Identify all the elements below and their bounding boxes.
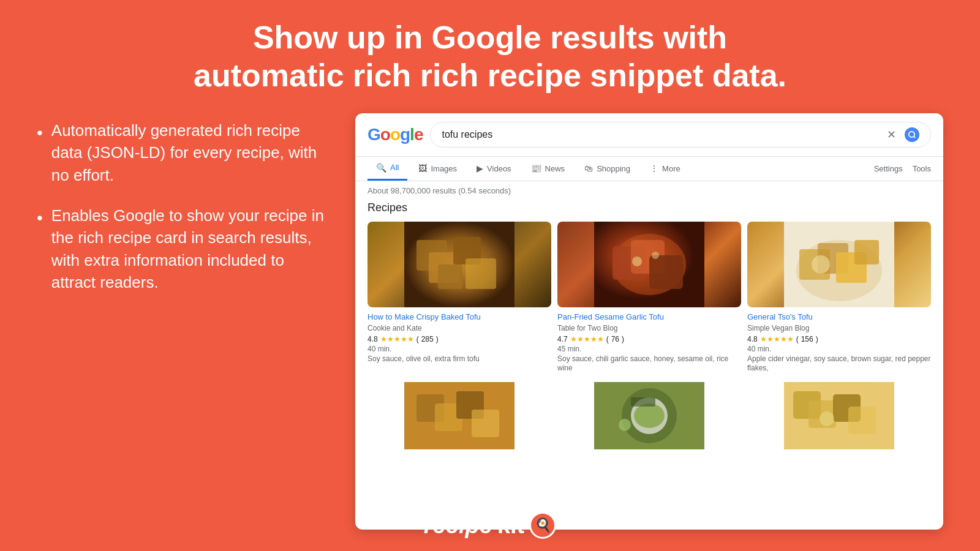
recipe-thumb-3 [747, 222, 931, 307]
search-button[interactable] [905, 127, 919, 142]
svg-point-13 [632, 257, 642, 266]
nav-tab-news[interactable]: 📰 News [522, 157, 574, 179]
news-icon: 📰 [531, 163, 541, 173]
search-input-text: tofu recipes [442, 129, 492, 140]
search-box[interactable]: tofu recipes ✕ [430, 122, 931, 148]
recipe-time-2: 45 min. [557, 345, 741, 353]
recipe-thumb-2 [557, 222, 741, 307]
brand-kit-text: kit [497, 512, 524, 539]
recipe-card-3: General Tso's Tofu Simple Vegan Blog 4.8… [747, 222, 931, 373]
nav-tab-images[interactable]: 🖼 Images [410, 157, 466, 179]
svg-point-30 [634, 403, 665, 428]
recipe-card-2: Pan-Fried Sesame Garlic Tofu Table for T… [557, 222, 741, 373]
results-area: About 98,700,000 results (0.54 seconds) … [355, 181, 943, 449]
recipe-card-1: How to Make Crispy Baked Tofu Cookie and… [368, 222, 551, 373]
svg-point-38 [820, 411, 834, 426]
bottom-thumb-3 [747, 382, 931, 449]
recipe-source-1: Cookie and Kate [368, 324, 551, 332]
all-icon: 🔍 [376, 163, 386, 173]
google-nav: 🔍 All 🖼 Images ▶ Videos 📰 News 🛍 Shoppin… [355, 157, 943, 181]
svg-rect-31 [631, 397, 655, 407]
settings-link[interactable]: Settings [874, 164, 903, 173]
recipe-title-3[interactable]: General Tso's Tofu [747, 312, 931, 323]
google-logo: Google [368, 125, 423, 144]
recipe-ingredients-1: Soy sauce, olive oil, extra firm tofu [368, 354, 551, 364]
svg-rect-37 [848, 407, 876, 434]
nav-tab-shopping[interactable]: 🛍 Shopping [576, 157, 639, 179]
nav-tab-videos[interactable]: ▶ Videos [468, 157, 520, 179]
header-title: Show up in Google results with automatic… [0, 0, 980, 107]
stars-2: ★★★★★ [570, 335, 604, 343]
search-bar: Google tofu recipes ✕ [355, 113, 943, 157]
search-icons: ✕ [887, 127, 919, 142]
nav-tab-more[interactable]: ⋮ More [641, 157, 689, 179]
left-panel: Automatically generated rich recipe data… [37, 113, 331, 312]
bullet-item-2: Enables Google to show your recipe in th… [37, 204, 331, 294]
clear-icon[interactable]: ✕ [887, 128, 896, 141]
svg-point-14 [652, 252, 659, 259]
bottom-thumb-1 [368, 382, 551, 449]
bullet-list: Automatically generated rich recipe data… [37, 119, 331, 294]
recipe-rating-2: 4.7 ★★★★★ (76) [557, 335, 741, 343]
tools-link[interactable]: Tools [913, 164, 931, 173]
brand-recipe-text: recipe [424, 512, 492, 539]
images-icon: 🖼 [418, 163, 427, 173]
svg-point-32 [619, 419, 631, 431]
recipe-rating-1: 4.8 ★★★★★ (285) [368, 335, 551, 343]
stars-1: ★★★★★ [380, 335, 414, 343]
more-icon: ⋮ [650, 163, 658, 173]
recipe-time-3: 40 min. [747, 345, 931, 353]
nav-tab-all[interactable]: 🔍 All [368, 157, 407, 181]
main-content: Automatically generated rich recipe data… [0, 107, 980, 530]
results-count: About 98,700,000 results (0.54 seconds) [368, 186, 931, 195]
google-panel: Google tofu recipes ✕ 🔍 A [355, 113, 943, 530]
recipe-source-3: Simple Vegan Blog [747, 324, 931, 332]
bottom-thumb-2 [557, 382, 741, 449]
videos-icon: ▶ [477, 163, 483, 173]
recipe-ingredients-3: Apple cider vinegar, soy sauce, brown su… [747, 354, 931, 373]
svg-point-21 [812, 255, 830, 274]
recipe-time-1: 40 min. [368, 345, 551, 353]
recipe-source-2: Table for Two Blog [557, 324, 741, 332]
recipe-title-2[interactable]: Pan-Fried Sesame Garlic Tofu [557, 312, 741, 323]
bullet-item-1: Automatically generated rich recipe data… [37, 119, 331, 186]
nav-right: Settings Tools [874, 164, 931, 173]
title-line1: Show up in Google results with [253, 20, 727, 55]
title-line2: automatic rich rich recipe snippet data. [194, 58, 786, 93]
brand-logo: recipekit 🍳 [424, 512, 556, 539]
svg-line-1 [914, 136, 916, 138]
recipe-cards: How to Make Crispy Baked Tofu Cookie and… [368, 222, 931, 373]
footer: recipekit 🍳 [0, 512, 980, 539]
recipe-ingredients-2: Soy sauce, chili garlic sauce, honey, se… [557, 354, 741, 373]
svg-rect-26 [472, 410, 499, 437]
svg-rect-12 [649, 255, 683, 289]
recipe-rating-3: 4.8 ★★★★★ (156) [747, 335, 931, 343]
shopping-icon: 🛍 [584, 163, 593, 173]
recipes-label: Recipes [368, 201, 931, 214]
recipe-thumb-1 [368, 222, 551, 307]
svg-rect-7 [438, 264, 462, 289]
chef-hat-icon: 🍳 [529, 512, 556, 539]
stars-3: ★★★★★ [760, 335, 794, 343]
svg-point-0 [909, 132, 914, 137]
svg-rect-20 [854, 240, 879, 264]
bottom-thumbs [368, 382, 931, 449]
svg-rect-6 [466, 258, 496, 289]
recipe-title-1[interactable]: How to Make Crispy Baked Tofu [368, 312, 551, 323]
